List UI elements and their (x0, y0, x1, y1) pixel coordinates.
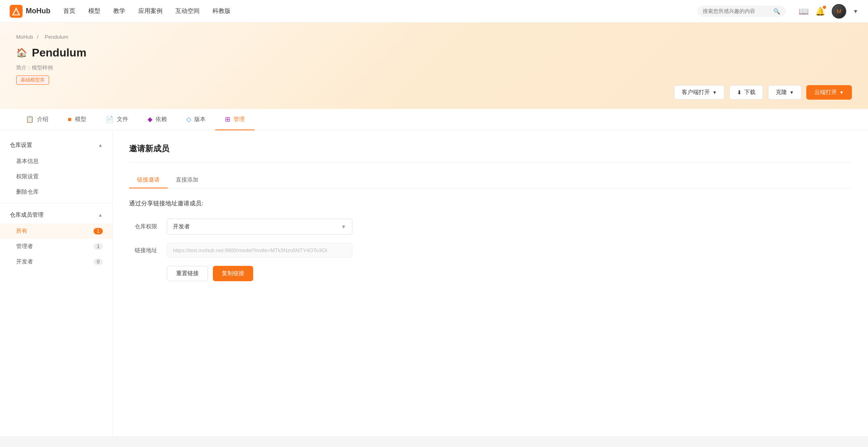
form-row-link: 链接地址 https://test.mohub.net:9900/model?i… (129, 243, 852, 258)
form-actions: 重置链接 复制链接 (129, 266, 852, 281)
sidebar-item-delete-repo[interactable]: 删除仓库 (0, 184, 112, 200)
tab-file-label: 文件 (117, 116, 128, 123)
main-layout: 仓库设置 ▲ 基本信息 权限设置 删除仓库 仓库成员管理 ▲ 所有 1 管理者 … (0, 130, 868, 436)
clone-chevron: ▼ (789, 90, 794, 95)
sidebar-section-warehouse-settings[interactable]: 仓库设置 ▲ (0, 137, 112, 154)
sidebar-item-all-members[interactable]: 所有 1 (0, 224, 112, 239)
cloud-open-chevron: ▼ (839, 90, 844, 95)
search-bar[interactable]: 🔍 (697, 6, 786, 17)
tab-version-label: 版本 (194, 116, 206, 123)
admin-badge: 1 (94, 243, 103, 250)
tabs-bar: 📋 介绍 ■ 模型 📄 文件 ◆ 依赖 ◇ 版本 ⊞ 管理 (0, 109, 868, 130)
sidebar-item-permission[interactable]: 权限设置 (0, 169, 112, 184)
book-icon[interactable]: 📖 (799, 6, 809, 16)
tab-version-icon: ◇ (186, 115, 191, 123)
reset-link-button[interactable]: 重置链接 (167, 266, 208, 281)
client-open-chevron: ▼ (712, 90, 717, 95)
tag-container: 基础模型库 (16, 75, 852, 85)
permission-select[interactable]: 开发者 ▼ (167, 219, 352, 235)
inner-tab-direct-add[interactable]: 直接添加 (168, 172, 206, 188)
tab-manage[interactable]: ⊞ 管理 (215, 109, 254, 130)
sidebar-item-developer[interactable]: 开发者 0 (0, 254, 112, 269)
sidebar-item-all-label: 所有 (16, 228, 27, 235)
download-label: 下载 (744, 89, 756, 96)
page-title-row: 🏠 Pendulum (16, 46, 852, 59)
permission-label: 仓库权限 (129, 223, 157, 230)
breadcrumb-separator: / (37, 34, 39, 40)
tab-intro-label: 介绍 (37, 116, 48, 123)
tab-manage-label: 管理 (233, 116, 245, 123)
copy-link-button[interactable]: 复制链接 (213, 266, 253, 281)
tab-model-icon: ■ (68, 116, 72, 123)
search-input[interactable] (703, 8, 770, 14)
collapse-icon-warehouse: ▲ (98, 142, 103, 148)
nav-science[interactable]: 科教版 (212, 7, 231, 15)
sidebar-item-admin-label: 管理者 (16, 243, 33, 250)
hero-section: MoHub / Pendulum 🏠 Pendulum 简介：模型样例 基础模型… (0, 23, 868, 109)
link-display: https://test.mohub.net:9900/model?invite… (167, 243, 352, 258)
download-button[interactable]: ⬇ 下载 (729, 85, 763, 100)
client-open-label: 客户端打开 (682, 89, 710, 96)
navbar-icons: 📖 🔔 M ▼ (799, 4, 858, 19)
clone-button[interactable]: 克隆 ▼ (768, 85, 801, 100)
sidebar-item-developer-label: 开发者 (16, 258, 33, 265)
hero-actions: 客户端打开 ▼ ⬇ 下载 克隆 ▼ 云端打开 ▼ (674, 85, 852, 100)
tab-model[interactable]: ■ 模型 (58, 109, 96, 130)
tab-file-icon: 📄 (106, 115, 114, 123)
logo[interactable]: MoHub (10, 5, 50, 18)
breadcrumb: MoHub / Pendulum (16, 34, 852, 40)
navbar: MoHub 首页 模型 教学 应用案例 互动空间 科教版 🔍 📖 🔔 M ▼ (0, 0, 868, 23)
sidebar-section-warehouse-settings-label: 仓库设置 (10, 142, 32, 149)
collapse-icon-members: ▲ (98, 212, 103, 218)
tab-file[interactable]: 📄 文件 (96, 109, 138, 130)
tab-depend-icon: ◆ (148, 115, 152, 123)
content-title: 邀请新成员 (129, 143, 852, 154)
tab-intro[interactable]: 📋 介绍 (16, 109, 58, 130)
tab-intro-icon: 📋 (26, 115, 34, 123)
tab-depend[interactable]: ◆ 依赖 (138, 109, 177, 130)
reset-link-label: 重置链接 (176, 270, 199, 276)
sidebar-section-members[interactable]: 仓库成员管理 ▲ (0, 207, 112, 224)
logo-icon (10, 5, 23, 18)
nav-teaching[interactable]: 教学 (113, 7, 125, 15)
tab-manage-icon: ⊞ (225, 115, 230, 123)
select-chevron-icon: ▼ (341, 224, 346, 230)
house-icon: 🏠 (16, 48, 27, 58)
logo-text: MoHub (26, 7, 50, 15)
all-members-badge: 1 (94, 228, 103, 234)
avatar: M (833, 5, 845, 18)
page-subtitle: 简介：模型样例 (16, 64, 852, 71)
copy-link-label: 复制链接 (222, 270, 244, 276)
nav-cases[interactable]: 应用案例 (138, 7, 162, 15)
sidebar-section-members-label: 仓库成员管理 (10, 211, 44, 219)
notification-button[interactable]: 🔔 (815, 6, 825, 16)
developer-badge: 0 (94, 259, 103, 265)
tab-depend-label: 依赖 (156, 116, 167, 123)
page-title: Pendulum (32, 46, 86, 59)
nav-model[interactable]: 模型 (88, 7, 100, 15)
main-content: 邀请新成员 链接邀请 直接添加 通过分享链接地址邀请成员: 仓库权限 开发者 ▼… (113, 130, 868, 436)
cloud-open-button[interactable]: 云端打开 ▼ (806, 85, 852, 100)
invite-description: 通过分享链接地址邀请成员: (129, 200, 852, 207)
cloud-open-label: 云端打开 (814, 89, 837, 96)
inner-tabs: 链接邀请 直接添加 (129, 172, 852, 188)
sidebar-item-basic-info[interactable]: 基本信息 (0, 154, 112, 169)
notification-dot (823, 6, 826, 9)
clone-label: 克隆 (776, 89, 787, 96)
download-icon: ⬇ (737, 89, 742, 96)
breadcrumb-root[interactable]: MoHub (16, 34, 33, 40)
sidebar-item-admin[interactable]: 管理者 1 (0, 239, 112, 254)
inner-tab-link-invite[interactable]: 链接邀请 (129, 172, 168, 188)
sidebar-divider (0, 203, 112, 203)
link-label: 链接地址 (129, 247, 157, 254)
user-menu-chevron[interactable]: ▼ (853, 8, 858, 15)
content-divider (129, 162, 852, 163)
avatar-button[interactable]: M (832, 4, 846, 19)
client-open-button[interactable]: 客户端打开 ▼ (674, 85, 724, 100)
main-nav: 首页 模型 教学 应用案例 互动空间 科教版 (63, 7, 231, 15)
tab-version[interactable]: ◇ 版本 (177, 109, 215, 130)
nav-interactive[interactable]: 互动空间 (175, 7, 200, 15)
tab-model-label: 模型 (75, 116, 86, 123)
nav-home[interactable]: 首页 (63, 7, 75, 15)
sidebar: 仓库设置 ▲ 基本信息 权限设置 删除仓库 仓库成员管理 ▲ 所有 1 管理者 … (0, 130, 113, 436)
